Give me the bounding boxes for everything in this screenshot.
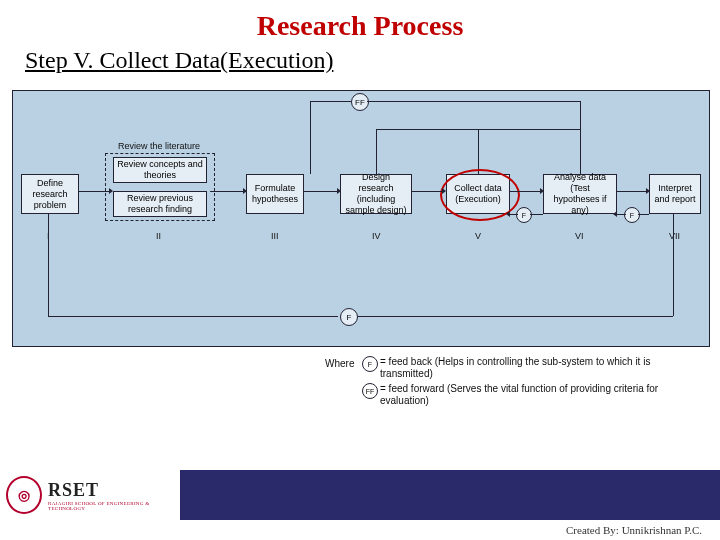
box-previous: Review previous research finding <box>113 191 207 217</box>
line <box>580 129 581 174</box>
creator-text: Created By: Unnikrishnan P.C. <box>566 524 702 536</box>
legend-ff-icon: FF <box>362 383 378 399</box>
process-diagram: FF Review the literature Define research… <box>12 90 710 347</box>
line <box>673 214 674 316</box>
roman-vi: VI <box>575 231 584 241</box>
box-interpret: Interpret and report <box>649 174 701 214</box>
logo-abbr: RSET <box>48 480 180 501</box>
legend-f-icon: F <box>362 356 378 372</box>
page-title: Research Process <box>0 10 720 42</box>
line <box>530 214 543 215</box>
line <box>310 101 351 102</box>
line <box>358 316 673 317</box>
arrow <box>412 191 442 192</box>
line <box>48 214 49 316</box>
roman-iii: III <box>271 231 279 241</box>
box-design: Design research (including sample design… <box>340 174 412 214</box>
line <box>376 129 377 174</box>
box-formulate: Formulate hypotheses <box>246 174 304 214</box>
box-define: Define research problem <box>21 174 79 214</box>
step-subtitle: Step V. Collect Data(Execution) <box>25 47 720 74</box>
logo: ◎ RSET RAJAGIRI SCHOOL OF ENGINEERING & … <box>0 470 180 520</box>
arrow <box>79 191 109 192</box>
f-bottom-node: F <box>340 308 358 326</box>
arrow <box>617 191 646 192</box>
logo-emblem-icon: ◎ <box>6 476 42 514</box>
line <box>310 101 311 174</box>
line <box>510 214 518 215</box>
roman-ii: II <box>156 231 161 241</box>
line <box>48 316 338 317</box>
logo-subtext: RAJAGIRI SCHOOL OF ENGINEERING & TECHNOL… <box>48 501 180 511</box>
legend-ff-def: = feed forward (Serves the vital functio… <box>380 383 690 407</box>
arrow <box>304 191 337 192</box>
legend-f-def: = feed back (Helps in controlling the su… <box>380 356 690 380</box>
roman-v: V <box>475 231 481 241</box>
line <box>367 101 581 102</box>
line <box>638 214 649 215</box>
roman-iv: IV <box>372 231 381 241</box>
ff-top-node: FF <box>351 93 369 111</box>
arrow <box>510 191 540 192</box>
line <box>617 214 626 215</box>
line <box>478 129 479 174</box>
f-node-vi-vii: F <box>624 207 640 223</box>
box-concepts: Review concepts and theories <box>113 157 207 183</box>
legend-where: Where <box>325 358 354 369</box>
arrow <box>210 191 243 192</box>
f-node-v-vi: F <box>516 207 532 223</box>
box-analyse: Analyse data (Test hypotheses if any) <box>543 174 617 214</box>
roman-vii: VII <box>669 231 680 241</box>
review-header: Review the literature <box>118 141 200 151</box>
